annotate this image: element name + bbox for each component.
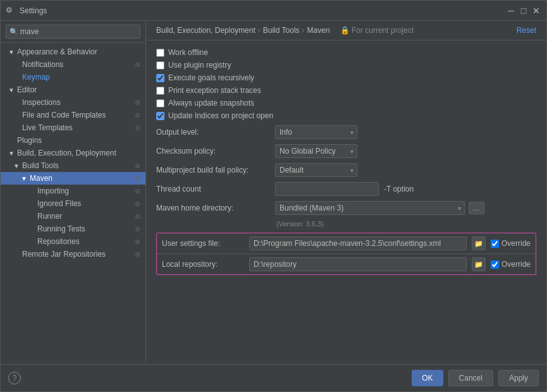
sidebar-item-build-execution[interactable]: ▼ Build, Execution, Deployment bbox=[1, 147, 145, 159]
thread-count-input[interactable] bbox=[275, 182, 379, 196]
always-update-checkbox[interactable] bbox=[156, 99, 164, 107]
sidebar-item-label: Runner bbox=[37, 212, 135, 221]
user-settings-override-wrapper: Override bbox=[491, 239, 531, 248]
config-icon: ⚙ bbox=[135, 175, 140, 182]
sidebar-item-running-tests[interactable]: Running Tests ⚙ bbox=[1, 223, 145, 235]
sidebar-item-keymap[interactable]: Keymap bbox=[1, 71, 145, 83]
thread-option-label: -T option bbox=[384, 185, 414, 193]
ok-button[interactable]: OK bbox=[412, 370, 443, 386]
user-settings-override-checkbox[interactable] bbox=[491, 240, 499, 248]
sidebar-item-file-code-templates[interactable]: File and Code Templates ⚙ bbox=[1, 109, 145, 121]
multiproject-fail-select-wrapper: Default Fail at End Fail Fast Never Fail… bbox=[275, 163, 357, 177]
always-update-label: Always update snapshots bbox=[168, 99, 254, 107]
sidebar-item-live-templates[interactable]: Live Templates ⚙ bbox=[1, 121, 145, 134]
override-section: User settings file: 📁 Override Local rep… bbox=[156, 233, 536, 275]
user-settings-input[interactable] bbox=[249, 236, 467, 250]
maximize-button[interactable]: □ bbox=[519, 6, 529, 16]
config-icon: ⚙ bbox=[135, 251, 140, 258]
local-repository-override-checkbox[interactable] bbox=[491, 260, 499, 269]
help-button[interactable]: ? bbox=[8, 372, 21, 384]
checksum-policy-row: Checksum policy: No Global Policy Fail W… bbox=[156, 144, 536, 158]
config-icon: ⚙ bbox=[135, 112, 140, 119]
user-settings-label: User settings file: bbox=[162, 239, 244, 248]
update-indices-row: Update Indices on project open bbox=[156, 111, 536, 120]
multiproject-fail-label: Multiproject build fail policy: bbox=[156, 166, 270, 175]
sidebar-item-maven[interactable]: ▼ Maven ⚙ bbox=[1, 172, 145, 185]
checksum-policy-select[interactable]: No Global Policy Fail Warn Ignore bbox=[275, 144, 357, 158]
always-update-row: Always update snapshots bbox=[156, 99, 536, 107]
footer: ? OK Cancel Apply bbox=[1, 364, 546, 391]
config-icon: ⚙ bbox=[135, 238, 140, 245]
output-level-select[interactable]: Info Debug Error bbox=[275, 125, 357, 139]
config-icon: ⚙ bbox=[135, 162, 140, 169]
reset-button[interactable]: Reset bbox=[517, 26, 536, 35]
sidebar-item-label: Importing bbox=[37, 187, 135, 195]
breadcrumb-arrow: › bbox=[258, 26, 261, 35]
cancel-button[interactable]: Cancel bbox=[448, 370, 493, 386]
minimize-button[interactable]: ─ bbox=[506, 6, 516, 16]
work-offline-checkbox[interactable] bbox=[156, 49, 164, 57]
execute-goals-row: Execute goals recursively bbox=[156, 73, 536, 82]
sidebar-item-label: File and Code Templates bbox=[22, 111, 135, 119]
sidebar-item-label: Inspections bbox=[22, 98, 135, 107]
execute-goals-checkbox[interactable] bbox=[156, 74, 164, 82]
update-indices-label: Update Indices on project open bbox=[168, 111, 273, 120]
sidebar-item-notifications[interactable]: Notifications ⚙ bbox=[1, 58, 145, 71]
maven-home-select[interactable]: Bundled (Maven 3) bbox=[275, 201, 465, 215]
config-icon: ⚙ bbox=[135, 61, 140, 68]
search-wrapper: 🔍 bbox=[6, 25, 140, 39]
main-content: 🔍 ▼ Appearance & Behavior Notifications … bbox=[1, 21, 546, 364]
local-repository-browse-button[interactable]: 📁 bbox=[472, 257, 486, 271]
maven-home-row: Maven home directory: Bundled (Maven 3) … bbox=[156, 201, 536, 215]
sidebar-item-runner[interactable]: Runner ⚙ bbox=[1, 210, 145, 223]
sidebar-item-repositories[interactable]: Repositories ⚙ bbox=[1, 235, 145, 248]
sidebar-item-ignored-files[interactable]: Ignored Files ⚙ bbox=[1, 197, 145, 210]
arrow-icon: ▼ bbox=[8, 87, 16, 94]
sidebar-item-label: Remote Jar Repositories bbox=[22, 250, 135, 259]
local-repository-input[interactable] bbox=[249, 257, 467, 271]
work-offline-row: Work offline bbox=[156, 48, 536, 57]
close-button[interactable]: ✕ bbox=[531, 6, 541, 16]
output-level-label: Output level: bbox=[156, 128, 270, 137]
local-repository-label: Local repository: bbox=[162, 260, 244, 269]
sidebar-item-label: Notifications bbox=[22, 60, 135, 69]
sidebar-item-label: Maven bbox=[30, 174, 135, 183]
sidebar-item-label: Build Tools bbox=[22, 161, 135, 170]
user-settings-row: User settings file: 📁 Override bbox=[157, 233, 536, 254]
multiproject-fail-row: Multiproject build fail policy: Default … bbox=[156, 163, 536, 177]
window-title: Settings bbox=[20, 6, 506, 15]
maven-home-label: Maven home directory: bbox=[156, 204, 270, 212]
local-repository-override-wrapper: Override bbox=[491, 260, 531, 269]
sidebar-item-plugins[interactable]: Plugins bbox=[1, 134, 145, 147]
breadcrumb: Build, Execution, Deployment › Build Too… bbox=[156, 26, 414, 35]
use-plugin-registry-checkbox[interactable] bbox=[156, 61, 164, 70]
maven-home-browse-button[interactable]: … bbox=[469, 202, 484, 214]
sidebar-item-remote-jar[interactable]: Remote Jar Repositories ⚙ bbox=[1, 248, 145, 260]
user-settings-override-label: Override bbox=[501, 239, 531, 248]
arrow-icon: ▼ bbox=[13, 162, 21, 169]
panel-body: Work offline Use plugin registry Execute… bbox=[146, 40, 546, 364]
sidebar-item-inspections[interactable]: Inspections ⚙ bbox=[1, 96, 145, 109]
use-plugin-registry-row: Use plugin registry bbox=[156, 61, 536, 70]
multiproject-fail-select[interactable]: Default Fail at End Fail Fast Never Fail bbox=[275, 163, 357, 177]
user-settings-browse-button[interactable]: 📁 bbox=[472, 236, 486, 250]
search-bar: 🔍 bbox=[1, 21, 145, 43]
output-level-select-wrapper: Info Debug Error ▾ bbox=[275, 125, 357, 139]
sidebar-item-label: Appearance & Behavior bbox=[17, 47, 140, 56]
search-input[interactable] bbox=[6, 25, 140, 39]
config-icon: ⚙ bbox=[135, 99, 140, 106]
sidebar-item-appearance[interactable]: ▼ Appearance & Behavior bbox=[1, 46, 145, 58]
print-exception-row: Print exception stack traces bbox=[156, 86, 536, 95]
print-exception-label: Print exception stack traces bbox=[168, 86, 261, 95]
sidebar-item-importing[interactable]: Importing ⚙ bbox=[1, 185, 145, 197]
checksum-policy-label: Checksum policy: bbox=[156, 147, 270, 156]
sidebar-item-editor[interactable]: ▼ Editor bbox=[1, 83, 145, 96]
sidebar-item-build-tools[interactable]: ▼ Build Tools ⚙ bbox=[1, 159, 145, 172]
sidebar-item-label: Live Templates bbox=[22, 123, 135, 132]
sidebar-item-label: Plugins bbox=[17, 136, 140, 145]
print-exception-checkbox[interactable] bbox=[156, 87, 164, 95]
search-icon: 🔍 bbox=[9, 28, 18, 36]
apply-button[interactable]: Apply bbox=[498, 370, 539, 386]
update-indices-checkbox[interactable] bbox=[156, 112, 164, 120]
output-level-row: Output level: Info Debug Error ▾ bbox=[156, 125, 536, 139]
